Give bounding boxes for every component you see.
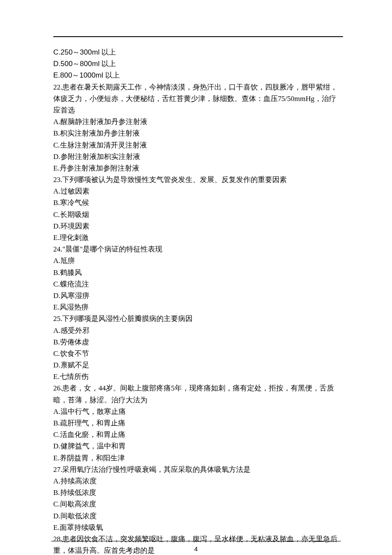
option-line: E.理化刺激 [53,232,343,243]
option-line: B.寒冷气候 [53,197,343,208]
question-stem: 24."晨僵"是哪个病证的特征性表现 [53,243,343,255]
question-stem: 22.患者在暑天长期露天工作，今神情淡漠，身热汗出，口干喜饮，四肢厥冷，唇甲紫绀… [53,81,343,116]
option-line: A.尪痹 [53,255,343,266]
option-line: D.禀赋不足 [53,359,343,371]
option-line: D.参附注射液加枳实注射液 [53,151,343,162]
page-footer: 4 [0,541,392,554]
option-line: E.七情所伤 [53,371,343,382]
option-line: C.长期吸烟 [53,209,343,220]
option-line: B.持续低浓度 [53,487,343,498]
option-line: A.过敏因素 [53,185,343,197]
option-line: C.饮食不节 [53,348,343,359]
option-line: D.风寒湿痹 [53,290,343,301]
page-container: C.250～300ml 以上 D.500～800ml 以上 E.800～1000… [0,0,392,555]
option-line: C.蝶疮流注 [53,278,343,290]
option-line: B.枳实注射液加丹参注射液 [53,127,343,139]
option-line: D.500～800ml 以上 [53,58,343,69]
option-line: A.持续高浓度 [53,475,343,487]
option-line: C.间歇高浓度 [53,498,343,510]
option-line: C.活血化瘀，和胃止痛 [53,429,343,440]
content-block: C.250～300ml 以上 D.500～800ml 以上 E.800～1000… [53,46,343,555]
question-stem: 27.采用氧疗法治疗慢性呼吸衰竭，其应采取的具体吸氧方法是 [53,464,343,475]
option-line: B.疏肝理气，和胃止痛 [53,417,343,429]
option-line: E.风湿热痹 [53,301,343,313]
question-stem: 23.下列哪项被认为是导致慢性支气管炎发生、发展、反复发作的重要因素 [53,174,343,185]
option-line: C.生脉注射液加清开灵注射液 [53,139,343,151]
option-line: A.醒脑静注射液加丹参注射液 [53,116,343,127]
option-line: D.环境因素 [53,220,343,232]
option-line: E.800～1000ml 以上 [53,69,343,81]
option-line: D.间歇低浓度 [53,510,343,522]
option-label: D.500～800ml 以上 [53,60,116,68]
option-line: A.温中行气，散寒止痛 [53,406,343,417]
option-line: E.面罩持续吸氧 [53,522,343,533]
question-stem: 25.下列哪项是风湿性心脏瓣膜病的主要病因 [53,313,343,324]
option-line: D.健脾益气，温中和胃 [53,440,343,452]
page-number: 4 [0,544,392,554]
bottom-horizontal-rule [51,541,341,541]
question-stem: 26.患者，女，44岁。间歇上腹部疼痛5年，现疼痛如刺，痛有定处，拒按，有黑便，… [53,382,343,405]
option-line: A.感受外邪 [53,325,343,336]
option-label: C.250～300ml 以上 [53,48,116,56]
top-horizontal-rule [53,36,343,37]
option-line: E.丹参注射液加参附注射液 [53,162,343,174]
option-line: B.劳倦体虚 [53,336,343,348]
option-label: E.800～1000ml 以上 [53,71,120,79]
option-line: C.250～300ml 以上 [53,46,343,58]
option-line: B.鹤膝风 [53,267,343,278]
option-line: E.养阴益胃，和阳生津 [53,452,343,464]
